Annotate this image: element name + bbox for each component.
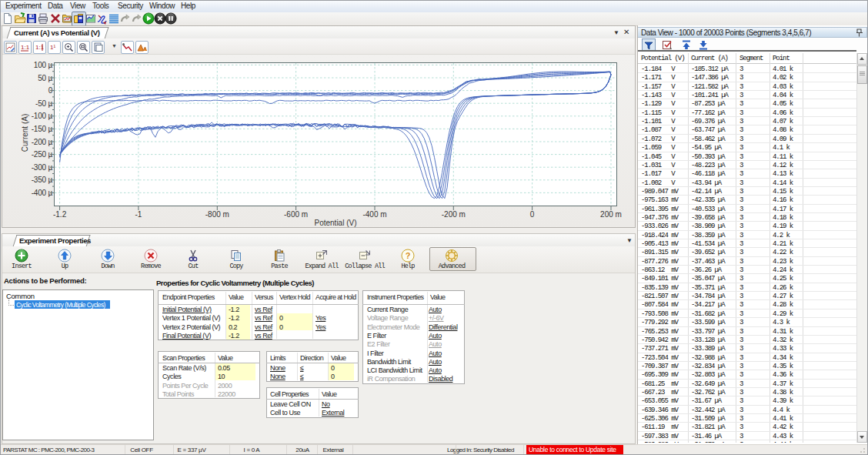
svg-text:1:1: 1:1 [21,44,30,51]
svg-text:?: ? [406,251,411,260]
svg-text:1¹: 1¹ [50,44,55,51]
svg-text:1:1: 1:1 [35,44,45,51]
